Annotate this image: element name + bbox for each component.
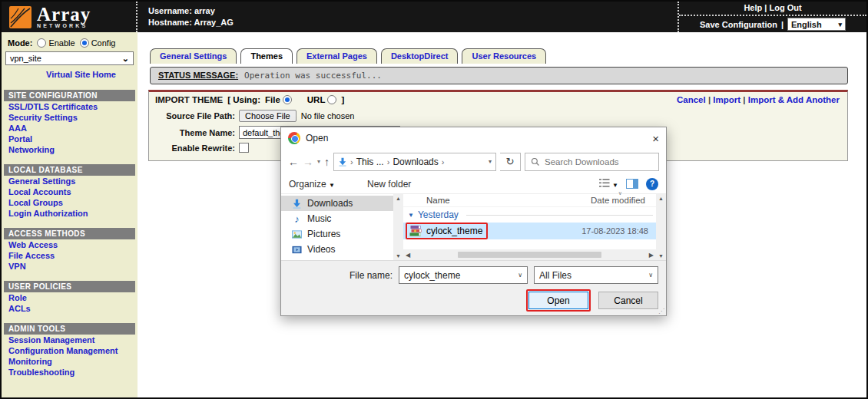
logout-link[interactable]: Log Out: [769, 3, 801, 12]
tree-item-videos[interactable]: Videos: [281, 242, 393, 257]
enable-rewrite-checkbox[interactable]: [239, 143, 249, 153]
scroll-left-icon[interactable]: ◀: [406, 252, 410, 259]
back-icon[interactable]: ←: [288, 156, 299, 168]
list-scrollbar[interactable]: ▲ ▼: [656, 194, 666, 260]
tree-item-music[interactable]: ♪ Music: [281, 211, 393, 226]
sidebar-item-local-groups[interactable]: Local Groups: [2, 197, 137, 208]
help-icon[interactable]: ?: [646, 178, 658, 190]
using-url-radio[interactable]: URL: [307, 95, 337, 104]
horizontal-scrollbar[interactable]: ◀ ▶: [403, 249, 656, 260]
chevron-down-icon[interactable]: ▼: [408, 212, 414, 219]
open-button[interactable]: Open: [528, 292, 588, 309]
sidebar-item-networking[interactable]: Networking: [2, 144, 137, 155]
file-row-cylock-theme[interactable]: cylock_theme 17-08-2023 18:48: [403, 223, 656, 239]
group-header-yesterday[interactable]: ▼ Yesterday: [408, 209, 459, 220]
radio-checked-icon[interactable]: [80, 38, 89, 48]
sidebar-item-troubleshooting[interactable]: Troubleshooting: [2, 367, 137, 378]
sidebar-item-acls[interactable]: ACLs: [2, 303, 137, 314]
section-site-configuration: SITE CONFIGURATION SSL/DTLS Certificates…: [2, 90, 137, 155]
tree-item-downloads[interactable]: Downloads: [281, 196, 393, 211]
scroll-down-icon[interactable]: ▼: [396, 253, 401, 259]
cancel-button[interactable]: Cancel: [598, 292, 658, 309]
help-link[interactable]: Help: [744, 3, 762, 12]
tab-user-resources[interactable]: User Resources: [462, 48, 546, 64]
organize-menu[interactable]: Organize ▼: [289, 179, 335, 190]
sidebar-item-session-management[interactable]: Session Management: [2, 335, 137, 345]
mode-label: Mode:: [8, 38, 32, 48]
radio-checked-icon[interactable]: [283, 95, 292, 104]
scroll-up-icon[interactable]: ▲: [658, 196, 664, 201]
brand-name: Array: [37, 6, 91, 23]
mode-radio-enable[interactable]: Enable: [37, 38, 75, 48]
tab-external-pages[interactable]: External Pages: [297, 48, 377, 64]
status-label: STATUS MESSAGE:: [158, 71, 238, 80]
sidebar-item-aaa[interactable]: AAA: [2, 123, 137, 134]
forward-icon[interactable]: →: [303, 156, 313, 168]
sidebar-item-security-settings[interactable]: Security Settings: [2, 112, 137, 123]
section-header: ACCESS METHODS: [4, 228, 135, 239]
search-input[interactable]: [545, 157, 637, 167]
mode-radio-config[interactable]: Config: [80, 38, 116, 48]
tab-themes[interactable]: Themes: [240, 48, 293, 64]
preview-pane-icon[interactable]: [626, 179, 638, 189]
file-type-combobox[interactable]: All Files ∨: [534, 266, 658, 284]
link-separator: |: [781, 20, 784, 29]
choose-file-button[interactable]: Choose File: [239, 110, 297, 122]
pictures-icon: [292, 230, 302, 239]
scrollbar-thumb[interactable]: [458, 252, 601, 258]
close-icon[interactable]: ×: [652, 133, 659, 144]
sidebar-item-file-access[interactable]: File Access: [2, 250, 137, 261]
refresh-icon: ↻: [506, 156, 515, 167]
chevron-down-icon[interactable]: ▾: [489, 158, 492, 165]
section-access-methods: ACCESS METHODS Web Access File Access VP…: [2, 228, 137, 272]
tree-item-pictures[interactable]: Pictures: [281, 226, 393, 242]
tab-general-settings[interactable]: General Settings: [150, 48, 237, 64]
history-chevron-icon[interactable]: ▾: [317, 158, 320, 165]
cancel-action-link[interactable]: Cancel: [677, 95, 706, 104]
resize-grip-icon[interactable]: ⋰: [658, 308, 664, 315]
column-date-modified[interactable]: ∨Date modified: [591, 196, 656, 205]
import-add-another-action-link[interactable]: Import & Add Another: [748, 95, 840, 104]
sidebar-item-web-access[interactable]: Web Access: [2, 239, 137, 250]
search-box[interactable]: [525, 153, 659, 171]
import-action-link[interactable]: Import: [713, 95, 740, 104]
scroll-right-icon[interactable]: ▶: [649, 252, 654, 259]
dialog-title-bar[interactable]: Open ×: [281, 127, 666, 149]
radio-icon[interactable]: [37, 38, 46, 48]
breadcrumb-separator: ›: [350, 157, 353, 167]
view-mode-button[interactable]: ▼: [599, 179, 618, 190]
sidebar-item-portal[interactable]: Portal: [2, 134, 137, 144]
sidebar-item-ssl-dtls-certificates[interactable]: SSL/DTLS Certificates: [2, 101, 137, 112]
new-folder-button[interactable]: New folder: [367, 179, 411, 190]
virtual-site-select[interactable]: vpn_site ⌄: [5, 51, 134, 65]
file-name-combobox[interactable]: cylock_theme ∨: [399, 266, 528, 284]
scroll-up-icon[interactable]: ▲: [396, 196, 401, 201]
file-date-modified: 17-08-2023 18:48: [581, 226, 656, 236]
refresh-button[interactable]: ↻: [500, 153, 521, 171]
tab-desktopdirect[interactable]: DesktopDirect: [381, 48, 459, 64]
section-local-database: LOCAL DATABASE General Settings Local Ac…: [2, 164, 137, 219]
scroll-down-icon[interactable]: ▼: [658, 253, 664, 259]
tree-scrollbar[interactable]: ▲ ▼: [393, 194, 403, 260]
sidebar-item-general-settings[interactable]: General Settings: [2, 176, 137, 186]
breadcrumb[interactable]: › This ... › Downloads › ▾: [333, 153, 496, 171]
using-file-radio[interactable]: File: [265, 95, 292, 104]
breadcrumb-this-pc[interactable]: This ...: [356, 157, 384, 167]
virtual-site-home-link[interactable]: Virtual Site Home: [46, 70, 116, 79]
sidebar-item-local-accounts[interactable]: Local Accounts: [2, 186, 137, 197]
sidebar-item-role[interactable]: Role: [2, 292, 137, 303]
language-select[interactable]: English ▾: [787, 18, 846, 31]
theme-name-label: Theme Name:: [149, 128, 235, 137]
downloads-icon: [338, 157, 347, 167]
sidebar-item-vpn[interactable]: VPN: [2, 261, 137, 272]
up-icon[interactable]: ↑: [324, 156, 330, 168]
sidebar-item-configuration-management[interactable]: Configuration Management: [2, 345, 137, 356]
breadcrumb-downloads[interactable]: Downloads: [393, 157, 438, 167]
save-configuration-link[interactable]: Save Configuration: [700, 20, 777, 29]
open-file-dialog: Open × ← → ▾ ↑ › This ... › Downloads › …: [280, 127, 667, 316]
radio-icon[interactable]: [327, 95, 336, 104]
sidebar-item-monitoring[interactable]: Monitoring: [2, 356, 137, 367]
sidebar-item-login-authorization[interactable]: Login Authorization: [2, 208, 137, 219]
column-name[interactable]: Name: [403, 196, 450, 205]
using-close-bracket: ]: [341, 95, 344, 104]
